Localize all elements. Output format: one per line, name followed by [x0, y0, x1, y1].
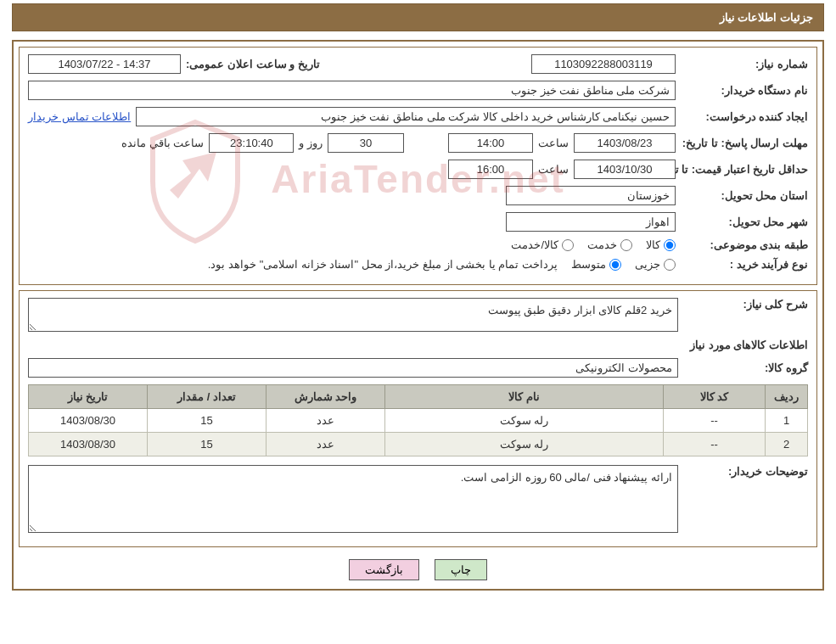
cell-name: رله سوکت: [385, 409, 664, 433]
response-time-field: 14:00: [448, 133, 533, 153]
table-row: 1--رله سوکتعدد151403/08/30: [29, 409, 808, 433]
goods-group-field: محصولات الکترونیکی: [28, 358, 678, 378]
cell-code: --: [664, 433, 766, 456]
hour-label-1: ساعت: [538, 137, 569, 149]
radio-partial[interactable]: جزیی: [635, 258, 676, 271]
radio-goods-input[interactable]: [664, 239, 676, 251]
table-row: 2--رله سوکتعدد151403/08/30: [29, 433, 808, 456]
button-row: چاپ بازگشت: [19, 552, 817, 584]
topic-class-label: طبقه بندی موضوعی:: [681, 238, 808, 251]
buyer-notes-label: توضیحات خریدار:: [683, 465, 808, 478]
radio-service-input[interactable]: [620, 239, 632, 251]
radio-partial-input[interactable]: [664, 259, 676, 271]
back-button[interactable]: بازگشت: [349, 559, 419, 580]
delivery-province-field: خوزستان: [506, 186, 676, 205]
buyer-contact-link[interactable]: اطلاعات تماس خریدار: [28, 110, 131, 123]
th-index: ردیف: [766, 385, 808, 409]
need-desc-label: شرح کلی نیاز:: [683, 298, 808, 311]
response-remaining-field: 23:10:40: [209, 133, 294, 153]
title-bar: جزئیات اطلاعات نیاز: [12, 3, 824, 31]
cell-name: رله سوکت: [385, 433, 664, 456]
need-desc-textarea[interactable]: خرید 2قلم کالای ابزار دقیق طبق پیوست: [28, 298, 678, 332]
outer-frame: شماره نیاز: 1103092288003119 تاریخ و ساع…: [12, 40, 824, 591]
remaining-label: ساعت باقي مانده: [121, 137, 204, 149]
need-number-label: شماره نیاز:: [681, 58, 808, 70]
cell-date: 1403/08/30: [29, 433, 148, 456]
cell-idx: 1: [766, 409, 808, 433]
cell-unit: عدد: [267, 433, 385, 456]
radio-service[interactable]: خدمت: [587, 238, 632, 251]
days-and-label: روز و: [299, 137, 323, 149]
radio-medium-input[interactable]: [609, 259, 621, 271]
buyer-org-label: نام دستگاه خریدار:: [681, 84, 808, 97]
radio-goods-service-input[interactable]: [562, 239, 574, 251]
cell-code: --: [664, 409, 766, 433]
delivery-city-field: اهواز: [506, 212, 676, 232]
buyer-org-field: شرکت ملی مناطق نفت خیز جنوب: [28, 81, 676, 100]
radio-goods-service[interactable]: کالا/خدمت: [511, 238, 574, 251]
cell-idx: 2: [766, 433, 808, 456]
th-code: کد کالا: [664, 385, 766, 409]
cell-date: 1403/08/30: [29, 409, 148, 433]
price-validity-label: حداقل تاریخ اعتبار قیمت: تا تاریخ:: [681, 163, 808, 176]
response-date-field: 1403/08/23: [574, 133, 676, 153]
price-validity-date-field: 1403/10/30: [574, 160, 676, 179]
cell-qty: 15: [148, 409, 267, 433]
buyer-notes-textarea[interactable]: ارائه پیشنهاد فنی /مالی 60 روزه الزامی ا…: [28, 465, 678, 533]
requester-label: ایجاد کننده درخواست:: [681, 110, 808, 123]
header-section: شماره نیاز: 1103092288003119 تاریخ و ساع…: [19, 47, 817, 285]
hour-label-2: ساعت: [538, 163, 569, 176]
radio-medium[interactable]: متوسط: [571, 258, 621, 271]
items-table: ردیف کد کالا نام کالا واحد شمارش تعداد /…: [28, 384, 808, 456]
need-number-field: 1103092288003119: [531, 54, 676, 74]
goods-group-label: گروه کالا:: [683, 361, 808, 374]
th-unit: واحد شمارش: [267, 385, 385, 409]
th-qty: تعداد / مقدار: [148, 385, 267, 409]
detail-section: شرح کلی نیاز: خرید 2قلم کالای ابزار دقیق…: [19, 290, 817, 547]
cell-unit: عدد: [267, 409, 385, 433]
announce-datetime-label: تاریخ و ساعت اعلان عمومی:: [186, 58, 320, 70]
print-button[interactable]: چاپ: [435, 559, 487, 580]
cell-qty: 15: [148, 433, 267, 456]
announce-datetime-field: 14:37 - 1403/07/22: [28, 54, 181, 74]
radio-goods[interactable]: کالا: [646, 238, 676, 251]
payment-note: پرداخت تمام یا بخشی از مبلغ خرید،از محل …: [208, 258, 558, 271]
th-date: تاریخ نیاز: [29, 385, 148, 409]
table-header-row: ردیف کد کالا نام کالا واحد شمارش تعداد /…: [29, 385, 808, 409]
requester-field: حسین نیکنامی کارشناس خرید داخلی کالا شرک…: [136, 107, 676, 126]
goods-info-heading: اطلاعات کالاهای مورد نیاز: [28, 339, 808, 351]
response-days-field: 30: [328, 133, 404, 153]
delivery-province-label: استان محل تحویل:: [681, 189, 808, 202]
price-validity-time-field: 16:00: [448, 160, 533, 179]
th-name: نام کالا: [385, 385, 664, 409]
delivery-city-label: شهر محل تحویل:: [681, 216, 808, 228]
response-deadline-label: مهلت ارسال پاسخ: تا تاریخ:: [681, 137, 808, 149]
buy-type-label: نوع فرآیند خرید :: [681, 258, 808, 271]
